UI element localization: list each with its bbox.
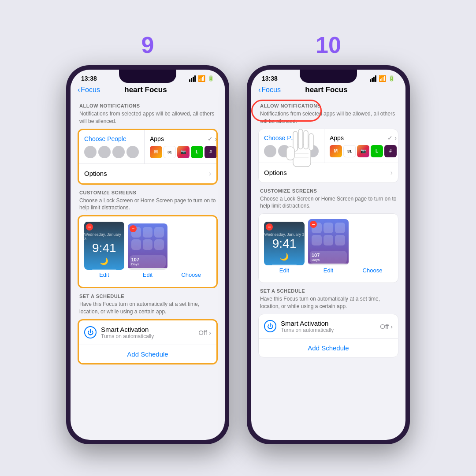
nav-bar-10: ‹ Focus heart Focus [251, 84, 405, 98]
phone-screen-9: 13:38 📶 🔋 ‹ Focus heart Fo [71, 70, 225, 440]
nav-title-9: heart Focus [100, 86, 191, 94]
step-10-number: 10 [316, 32, 341, 58]
wifi-icon-9: 📶 [198, 75, 205, 82]
choose-people-cell-9[interactable]: Choose People [79, 130, 145, 164]
customize-desc-9: Choose a Lock Screen or Home Screen page… [78, 197, 218, 212]
wifi-icon-10: 📶 [379, 75, 386, 82]
options-row-10[interactable]: Options › [259, 163, 398, 182]
signal-icon-9 [189, 75, 196, 82]
gmail-icon-10: M [330, 145, 342, 157]
gmail-icon-9: M [150, 146, 162, 158]
customize-header-10: CUSTOMIZE SCREENS [260, 188, 398, 193]
slack-icon-9: # [205, 146, 217, 158]
options-row-9[interactable]: Options › [79, 164, 216, 183]
choose-watch-label-10[interactable]: Choose [352, 267, 393, 274]
apps-check-icon-9: ✓ › [208, 135, 217, 142]
customize-header-9: CUSTOMIZE SCREENS [79, 190, 218, 195]
step-10-container: 10 [247, 32, 410, 444]
nav-bar-9: ‹ Focus heart Focus [71, 84, 225, 98]
avatar-1b [264, 145, 276, 157]
power-icon-9: ⏻ [84, 326, 97, 338]
schedule-header-10: SET A SCHEDULE [260, 288, 398, 294]
phone-screen-10: 13:38 📶 🔋 ‹ Focus heart Fo [251, 70, 405, 440]
options-label-10: Options [264, 169, 287, 176]
time-9: 13:38 [81, 75, 97, 82]
schedule-header-9: SET A SCHEDULE [79, 294, 218, 299]
allow-notif-desc-9: Notifications from selected apps will be… [78, 110, 218, 125]
options-chevron-10: › [390, 169, 393, 177]
phone-notch-10 [300, 70, 357, 83]
slack-icon-10: # [384, 145, 397, 157]
avatar-1 [84, 146, 97, 158]
avatar-3b [292, 145, 305, 157]
back-btn-10[interactable]: ‹ Focus [258, 86, 281, 94]
choose-watch-label-9[interactable]: Choose [171, 271, 211, 278]
smart-act-title-9: Smart Activation [101, 326, 198, 333]
lock-screen-thumb-10: − Wednesday, January 3 9:41 🌙 [264, 222, 305, 265]
smart-act-value-9: Off › [198, 329, 211, 336]
calendar-icon-9: 31 [164, 146, 176, 158]
instagram-icon-10: 📷 [357, 145, 369, 157]
edit-home-label-10[interactable]: Edit [308, 267, 349, 274]
add-schedule-row-9[interactable]: Add Schedule [79, 345, 216, 363]
line-icon-10: L [371, 145, 383, 157]
apps-cell-10[interactable]: Apps ✓ › M 31 📷 L # [324, 129, 398, 163]
step-9-container: 9 13:38 📶 🔋 ‹ [66, 32, 229, 444]
schedule-desc-9: Have this Focus turn on automatically at… [78, 301, 218, 316]
back-btn-9[interactable]: ‹ Focus [78, 86, 100, 94]
step-9-number: 9 [141, 32, 154, 58]
schedule-card-9: ⏻ Smart Activation Turns on automaticall… [78, 319, 218, 364]
avatar-4 [126, 146, 139, 158]
avatar-2b [278, 145, 290, 157]
time-10: 13:38 [262, 75, 278, 82]
smart-act-title-10: Smart Activation [281, 320, 380, 327]
options-chevron-9: › [209, 170, 211, 178]
smart-act-sub-10: Turns on automatically [281, 327, 380, 333]
avatar-4b [306, 145, 319, 157]
choose-people-label-9: Choose People [84, 135, 139, 142]
edit-lock-label-9[interactable]: Edit [84, 271, 124, 278]
edit-lock-label-10[interactable]: Edit [264, 267, 305, 274]
nav-title-10: heart Focus [281, 86, 372, 94]
instagram-icon-9: 📷 [177, 146, 190, 158]
battery-icon-9: 🔋 [208, 75, 214, 82]
signal-icon-10 [370, 75, 376, 82]
smart-act-value-10: Off › [380, 323, 393, 330]
avatar-2 [98, 146, 111, 158]
schedule-card-10: ⏻ Smart Activation Turns on automaticall… [258, 314, 398, 357]
edit-home-label-9[interactable]: Edit [128, 271, 168, 278]
add-schedule-row-10[interactable]: Add Schedule [259, 339, 398, 357]
power-icon-10: ⏻ [264, 320, 276, 332]
apps-check-icon-10: ✓ › [387, 134, 397, 141]
allow-notif-header-9: ALLOW NOTIFICATIONS [79, 103, 218, 108]
options-label-9: Options [84, 170, 107, 177]
notifications-card-9: Choose People Apps ✓ › [78, 129, 218, 185]
apps-label-9: Apps [150, 135, 164, 142]
choose-people-cell-10[interactable]: Choose P... [259, 129, 324, 163]
phone-frame-10: 13:38 📶 🔋 ‹ Focus heart Fo [247, 65, 410, 444]
lock-screen-thumb-9: − Wednesday, January 3 9:41 🌙 [84, 222, 124, 270]
home-screen-thumb-9: − [128, 223, 168, 270]
battery-icon-10: 🔋 [388, 75, 395, 82]
apps-cell-9[interactable]: Apps ✓ › M 31 📷 L # [145, 130, 218, 164]
home-screen-thumb-10: − [308, 219, 349, 265]
calendar-icon-10: 31 [343, 145, 356, 157]
customize-desc-10: Choose a Lock Screen or Home Screen page… [258, 195, 398, 210]
allow-notif-desc-10: Notifications from selected apps will be… [258, 110, 398, 125]
apps-label-10: Apps [330, 134, 344, 141]
avatar-3 [112, 146, 125, 158]
schedule-desc-10: Have this Focus turn on automatically at… [258, 295, 398, 310]
minus-home-9[interactable]: − [130, 225, 137, 232]
line-icon-9: L [191, 146, 203, 158]
choose-people-label-10: Choose P... [264, 134, 319, 141]
smart-act-sub-9: Turns on automatically [101, 333, 198, 339]
notifications-card-10: Choose P... Apps ✓ › [258, 129, 398, 183]
screens-section-10: − Wednesday, January 3 9:41 🌙 Edit [258, 213, 398, 283]
phone-notch-9 [119, 70, 176, 83]
phone-frame-9: 13:38 📶 🔋 ‹ Focus heart Fo [66, 65, 229, 444]
allow-notif-header-10: ALLOW NOTIFICATIONS [260, 103, 398, 108]
screens-section-9: − Wednesday, January 3 9:41 🌙 Edit [78, 215, 218, 288]
